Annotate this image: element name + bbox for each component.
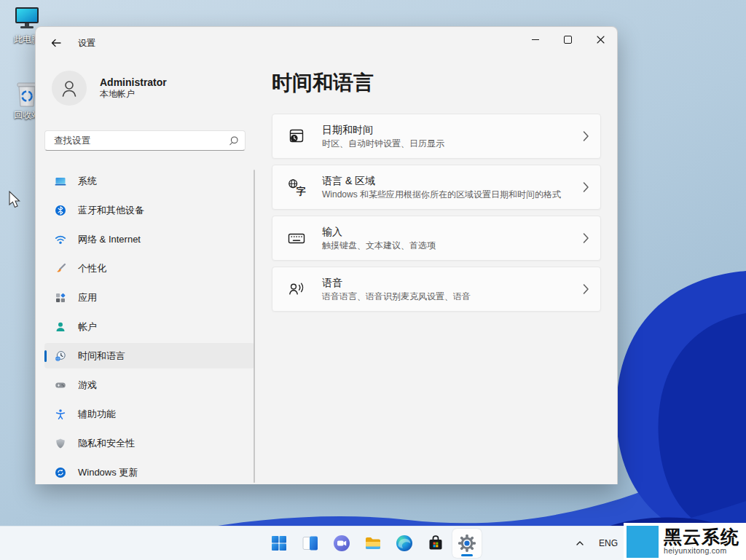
speech-icon [287, 280, 306, 299]
chevron-right-icon [583, 131, 589, 141]
tray-chevron-button[interactable] [576, 540, 584, 547]
screen: 此电脑 回收站 设置 [0, 0, 746, 560]
chevron-up-icon [576, 540, 584, 547]
sidebar-item-label: 隐私和安全性 [78, 437, 135, 450]
watermark-logo-square [627, 526, 659, 558]
system-tray: ENG [576, 527, 618, 560]
watermark: 黑云系统 heiyunxitong.com [624, 523, 746, 560]
apps-icon [55, 292, 66, 304]
search-box[interactable] [44, 130, 246, 151]
person-icon [60, 79, 79, 98]
sidebar-item-bluetooth-devices[interactable]: 蓝牙和其他设备 [44, 197, 254, 223]
start-button[interactable] [264, 529, 294, 558]
titlebar: 设置 [36, 27, 617, 59]
main-pane: 时间和语言 日期和时间 时区、自动时钟设置、日历显示 [272, 59, 601, 484]
minimize-button[interactable] [519, 27, 551, 52]
sidebar-item-accounts[interactable]: 帐户 [44, 314, 254, 339]
file-explorer-button[interactable] [358, 529, 388, 558]
close-icon [597, 36, 605, 44]
chevron-right-icon [583, 182, 589, 192]
settings-gear-icon [457, 533, 477, 553]
sidebar-item-label: 应用 [78, 291, 97, 304]
language-region-icon: 字 [287, 178, 306, 197]
date-time-icon [287, 127, 306, 146]
card-title: 语音 [322, 277, 471, 289]
card-subtitle: 语音语言、语音识别麦克风设置、语音 [322, 291, 471, 302]
card-title: 日期和时间 [322, 124, 444, 136]
search-icon [228, 135, 239, 146]
chat-button[interactable] [327, 529, 356, 558]
card-subtitle: Windows 和某些应用根据你所在的区域设置日期和时间的格式 [322, 189, 561, 200]
typing-icon [287, 229, 306, 248]
sidebar-item-apps[interactable]: 应用 [44, 285, 254, 310]
system-icon [55, 176, 66, 187]
bluetooth-icon [55, 205, 66, 216]
sidebar-nav: 系统 蓝牙和其他设备 网络 & Internet [44, 168, 254, 484]
taskbar-app-icons [264, 527, 482, 560]
sidebar-item-gaming[interactable]: 游戏 [44, 372, 254, 398]
shield-icon [55, 438, 66, 449]
user-account-type: 本地帐户 [100, 89, 167, 100]
sidebar-item-label: 帐户 [78, 320, 97, 334]
sidebar-item-label: Windows 更新 [78, 466, 138, 479]
chevron-right-icon [583, 233, 589, 243]
card-title: 语言 & 区域 [322, 175, 561, 187]
chat-icon [332, 534, 351, 553]
settings-window: 设置 Administrator 本地帐户 [35, 26, 618, 484]
card-typing[interactable]: 输入 触摸键盘、文本建议、首选项 [272, 216, 601, 261]
edge-button[interactable] [390, 529, 419, 558]
sidebar-item-label: 辅助功能 [78, 408, 116, 421]
sidebar-item-network-internet[interactable]: 网络 & Internet [44, 226, 254, 252]
sidebar-item-label: 系统 [78, 175, 97, 188]
windows-update-icon [55, 467, 66, 478]
sidebar-item-label: 个性化 [78, 262, 106, 275]
watermark-url: heiyunxitong.com [664, 547, 739, 555]
sidebar-item-accessibility[interactable]: 辅助功能 [44, 401, 254, 427]
microsoft-store-icon [426, 534, 445, 553]
file-explorer-icon [364, 534, 382, 553]
card-speech[interactable]: 语音 语音语言、语音识别麦克风设置、语音 [272, 267, 601, 312]
user-name: Administrator [100, 76, 167, 89]
accessibility-icon [55, 409, 66, 420]
sidebar-item-privacy-security[interactable]: 隐私和安全性 [44, 430, 254, 456]
maximize-icon [564, 36, 572, 44]
card-subtitle: 时区、自动时钟设置、日历显示 [322, 138, 444, 149]
time-language-icon [55, 350, 66, 362]
chevron-right-icon [583, 284, 589, 294]
personalization-icon [55, 263, 66, 275]
task-view-icon [301, 534, 320, 553]
microsoft-store-button[interactable] [421, 529, 450, 558]
language-indicator[interactable]: ENG [599, 538, 618, 548]
network-icon [55, 234, 66, 245]
card-date-time[interactable]: 日期和时间 时区、自动时钟设置、日历显示 [272, 114, 601, 159]
windows-start-icon [270, 535, 288, 552]
sidebar-scrollbar[interactable] [254, 170, 255, 483]
user-profile[interactable]: Administrator 本地帐户 [52, 71, 167, 106]
edge-icon [395, 534, 414, 553]
card-title: 输入 [322, 226, 436, 238]
search-input[interactable] [52, 135, 228, 146]
card-language-region[interactable]: 字 语言 & 区域 Windows 和某些应用根据你所在的区域设置日期和时间的格… [272, 165, 601, 210]
minimize-icon [532, 39, 539, 40]
svg-text:字: 字 [297, 186, 306, 197]
sidebar-item-time-language[interactable]: 时间和语言 [44, 343, 254, 368]
sidebar-item-label: 游戏 [78, 379, 97, 392]
sidebar-item-system[interactable]: 系统 [44, 168, 254, 194]
gaming-icon [55, 379, 66, 391]
settings-button[interactable] [452, 529, 482, 558]
page-title: 时间和语言 [272, 69, 601, 97]
sidebar-item-label: 网络 & Internet [78, 233, 141, 246]
sidebar-item-windows-update[interactable]: Windows 更新 [44, 460, 254, 484]
sidebar-item-personalization[interactable]: 个性化 [44, 256, 254, 281]
accounts-icon [55, 321, 66, 333]
close-button[interactable] [584, 27, 617, 52]
settings-cards: 日期和时间 时区、自动时钟设置、日历显示 字 [272, 114, 601, 312]
back-button[interactable] [44, 32, 68, 54]
window-title: 设置 [78, 37, 95, 50]
task-view-button[interactable] [296, 529, 325, 558]
mouse-cursor [9, 191, 22, 210]
maximize-button[interactable] [551, 27, 584, 52]
card-subtitle: 触摸键盘、文本建议、首选项 [322, 240, 436, 251]
sidebar-item-label: 蓝牙和其他设备 [78, 204, 144, 217]
watermark-title: 黑云系统 [664, 528, 739, 546]
